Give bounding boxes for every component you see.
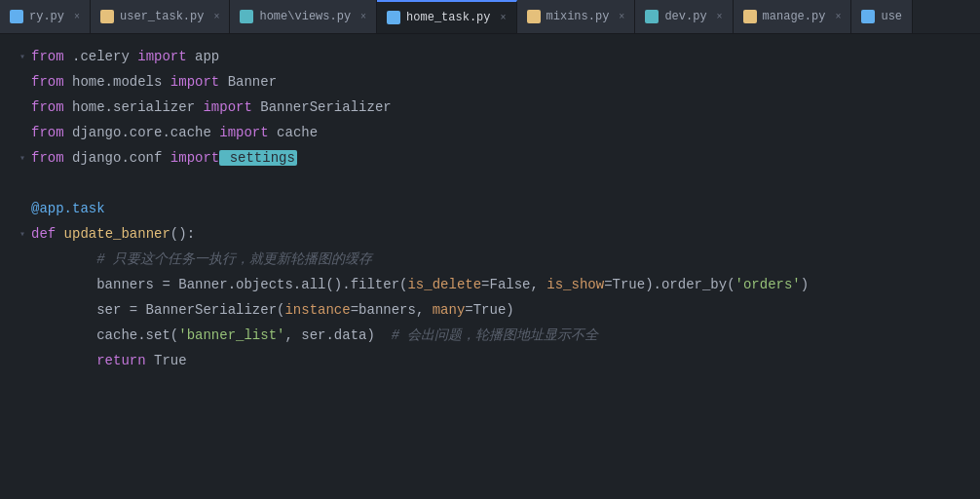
code-line-8: # 只要这个任务一执行，就更新轮播图的缓存 — [12, 247, 980, 272]
kw-import-3: import — [203, 99, 251, 115]
code-line-4: from django.core.cache import cache — [12, 120, 980, 145]
tab-ry[interactable]: ry.py × — [0, 0, 91, 34]
comment-8: # 只要这个任务一执行，就更新轮播图的缓存 — [31, 250, 372, 268]
line-10-content: ser = BannerSerializer( instance =banner… — [31, 302, 514, 318]
code-content[interactable]: ▾ from .celery import app from home.mode… — [12, 34, 980, 499]
code-line-10: ser = BannerSerializer( instance =banner… — [12, 297, 980, 323]
tab-manage[interactable]: manage.py × — [734, 0, 852, 34]
code-line-11: cache.set( 'banner_list' , ser.data) # 会… — [12, 323, 980, 348]
code-line-5: ▾ from django.conf import settings — [12, 145, 980, 171]
line-5-content: from django.conf import settings — [31, 150, 297, 166]
kw-import-5: import — [170, 150, 219, 166]
tab-label-manage: manage.py — [763, 10, 826, 23]
module-3: home.serializer — [64, 99, 204, 115]
fname-update-banner: update_banner — [56, 226, 170, 242]
code-line-12: return True — [12, 348, 980, 373]
tab-icon-manage — [743, 10, 757, 23]
close-paren-9: ) — [801, 277, 809, 292]
tab-mixins[interactable]: mixins.py × — [517, 0, 636, 34]
tab-use[interactable]: use — [851, 0, 913, 34]
fold-7: ▾ — [19, 228, 31, 240]
code-area: ▾ from .celery import app from home.mode… — [0, 34, 980, 499]
kw-from-4: from — [31, 125, 64, 140]
eq-true: =True).order_by( — [604, 277, 735, 292]
kw-import-2: import — [170, 74, 219, 90]
highlighted-settings: settings — [219, 150, 297, 166]
tab-close-mixins[interactable]: × — [619, 12, 624, 22]
code-line-2: from home.models import Banner — [12, 69, 980, 95]
paren-7: (): — [170, 226, 195, 242]
tab-label-home-views: home\views.py — [259, 10, 351, 23]
tab-label-mixins: mixins.py — [547, 10, 610, 23]
tab-icon-user-task — [100, 10, 114, 23]
line-12-content: return True — [31, 353, 187, 368]
banners-assign: banners = Banner.objects.all().filter( — [31, 277, 407, 292]
tab-bar: ry.py × user_task.py × home\views.py × h… — [0, 0, 980, 34]
code-line-7: ▾ def update_banner (): — [12, 221, 980, 247]
eq-banners: =banners, — [351, 302, 433, 318]
line-8-content: # 只要这个任务一执行，就更新轮播图的缓存 — [31, 250, 372, 268]
code-line-9: banners = Banner.objects.all().filter( i… — [12, 272, 980, 297]
fold-1: ▾ — [19, 51, 31, 62]
tab-close-home-task[interactable]: × — [501, 13, 507, 23]
tab-label-dev: dev.py — [664, 10, 706, 23]
code-line-3: from home.serializer import BannerSerial… — [12, 95, 980, 120]
module-5: django.conf — [64, 150, 170, 166]
tab-icon-home-views — [240, 10, 253, 23]
param-many: many — [433, 302, 466, 318]
kw-def: def — [31, 226, 56, 242]
true-value: True — [146, 353, 187, 368]
tab-label-ry: ry.py — [29, 10, 64, 23]
left-gutter — [0, 34, 12, 499]
param-is-show: is_show — [547, 277, 604, 292]
str-banner-list: 'banner_list' — [178, 327, 284, 343]
fold-5: ▾ — [19, 152, 31, 164]
ser-assign: ser = BannerSerializer( — [31, 302, 284, 318]
eq-false: =False, — [481, 277, 547, 292]
code-line-1: ▾ from .celery import app — [12, 44, 980, 69]
kw-return: return — [96, 353, 145, 368]
tab-label-use: use — [881, 10, 902, 23]
cache-set: cache.set( — [31, 327, 178, 343]
tab-close-user-task[interactable]: × — [213, 12, 219, 22]
tab-dev[interactable]: dev.py × — [635, 0, 733, 34]
kw-from-5: from — [31, 150, 64, 166]
return-indent — [31, 353, 96, 368]
tab-close-manage[interactable]: × — [835, 12, 841, 22]
code-line-6: @app.task — [12, 196, 980, 221]
tab-label-home-task: home_task.py — [406, 11, 490, 24]
module-2: home.models — [64, 74, 170, 90]
cache-rest: , ser.data) — [284, 327, 391, 343]
kw-import-1: import — [137, 49, 186, 64]
module-1: .celery — [64, 49, 138, 64]
decorator-app-task: @app.task — [31, 201, 105, 216]
name-1: app — [187, 49, 220, 64]
line-4-content: from django.core.cache import cache — [31, 125, 318, 140]
tab-label-user-task: user_task.py — [120, 10, 204, 23]
line-6-content: @app.task — [31, 201, 105, 216]
name-3: BannerSerializer — [252, 99, 392, 115]
param-is-delete: is_delete — [407, 277, 481, 292]
tab-icon-dev — [645, 10, 659, 23]
tab-close-ry[interactable]: × — [74, 12, 80, 22]
empty-line-1 — [12, 171, 980, 196]
name-2: Banner — [219, 74, 277, 90]
eq-true-10: =True) — [465, 302, 513, 318]
line-3-content: from home.serializer import BannerSerial… — [31, 99, 392, 115]
kw-from-1: from — [31, 49, 64, 64]
line-7-content: def update_banner (): — [31, 226, 195, 242]
tab-home-task[interactable]: home_task.py × — [377, 0, 516, 34]
kw-from-2: from — [31, 74, 64, 90]
param-instance: instance — [284, 302, 350, 318]
line-1-content: from .celery import app — [31, 49, 219, 64]
tab-close-home-views[interactable]: × — [360, 12, 366, 22]
tab-home-views[interactable]: home\views.py × — [230, 0, 377, 34]
tab-close-dev[interactable]: × — [717, 12, 723, 22]
kw-from-3: from — [31, 99, 64, 115]
line-9-content: banners = Banner.objects.all().filter( i… — [31, 277, 809, 292]
name-4: cache — [269, 125, 318, 140]
tab-icon-use — [861, 10, 875, 23]
tab-user-task[interactable]: user_task.py × — [91, 0, 230, 34]
module-4: django.core.cache — [64, 125, 220, 140]
str-orders: 'orders' — [735, 277, 801, 292]
